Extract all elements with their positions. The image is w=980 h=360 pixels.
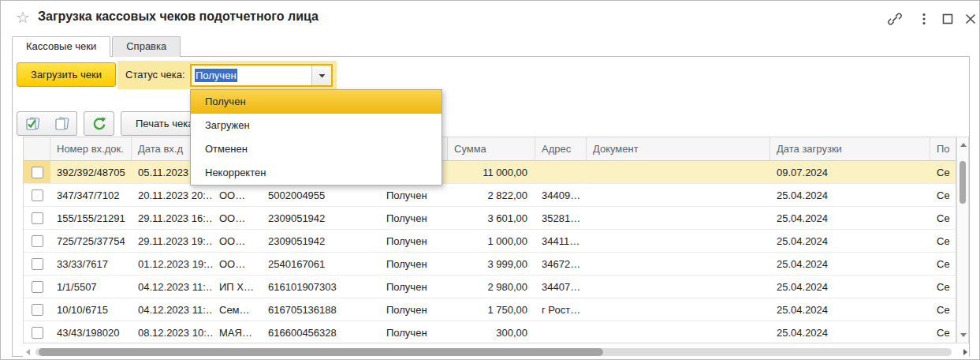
- status-dropdown-button[interactable]: [311, 66, 331, 85]
- cell-incoming-date: 08.12.2023 10:…: [132, 327, 213, 339]
- cell-tail: Се: [930, 304, 956, 316]
- row-checkbox[interactable]: [32, 304, 43, 316]
- cell-address: г Рост…: [535, 304, 587, 316]
- cell-load-date: 25.04.2024: [770, 212, 930, 224]
- cell-load-date: 25.04.2024: [770, 327, 930, 339]
- cell-load-date: 25.04.2024: [770, 235, 930, 247]
- status-input[interactable]: Получен: [192, 66, 311, 85]
- table-row[interactable]: 392/392/48705 05.11.2023 11 000,00 09.07…: [24, 161, 956, 184]
- cell-incoming-date: 29.11.2023 19:…: [132, 235, 213, 247]
- status-dropdown: Получен Загружен Отменен Некорректен: [190, 89, 442, 186]
- link-icon[interactable]: [886, 10, 904, 28]
- scroll-right-arrow-icon[interactable]: [963, 349, 967, 355]
- cell-sum: 2 822,00: [448, 189, 535, 201]
- refresh-icon: [91, 116, 107, 132]
- tab-label: Справка: [126, 40, 166, 52]
- cell-tail: Се: [930, 258, 956, 270]
- vertical-scroll-thumb[interactable]: [960, 161, 966, 204]
- cell-inn: 616600456328: [262, 327, 380, 339]
- row-checkbox[interactable]: [32, 258, 43, 270]
- col-tail[interactable]: По: [930, 137, 956, 160]
- col-incoming-number[interactable]: Номер вх.док.: [50, 137, 132, 160]
- cell-sum: 3 999,00: [448, 258, 535, 270]
- close-icon[interactable]: [962, 10, 979, 28]
- table-row[interactable]: 725/725/37754 29.11.2023 19:… ОО… 230905…: [24, 230, 956, 253]
- table-body: 392/392/48705 05.11.2023 11 000,00 09.07…: [24, 161, 956, 343]
- horizontal-scroll-track[interactable]: [35, 348, 952, 356]
- status-combobox[interactable]: Получен: [190, 64, 333, 87]
- cell-organization: ОО…: [213, 212, 262, 224]
- row-checkbox-cell: [24, 189, 50, 201]
- tab-help[interactable]: Справка: [112, 36, 181, 57]
- cell-organization: ОО…: [213, 189, 262, 201]
- row-checkbox[interactable]: [32, 281, 43, 293]
- row-checkbox-cell: [24, 304, 50, 316]
- cell-status: Получен: [380, 212, 448, 224]
- cell-organization: ОО…: [213, 235, 262, 247]
- more-menu-icon[interactable]: [915, 10, 933, 28]
- cell-status: Получен: [380, 304, 448, 316]
- row-checkbox[interactable]: [32, 189, 43, 201]
- cell-sum: 300,00: [448, 327, 535, 339]
- dropdown-item[interactable]: Загружен: [191, 114, 442, 137]
- cell-incoming-number: 155/155/21291: [50, 212, 132, 224]
- table-row[interactable]: 10/10/6715 04.12.2023 11:… Сем… 61670513…: [24, 298, 956, 321]
- dropdown-item[interactable]: Некорректен: [191, 161, 442, 185]
- row-checkbox[interactable]: [32, 167, 43, 178]
- row-checkbox[interactable]: [32, 212, 43, 224]
- vertical-scrollbar[interactable]: [956, 137, 969, 343]
- cell-sum: 1 750,00: [448, 304, 535, 316]
- unselect-all-button[interactable]: [47, 111, 77, 136]
- cell-incoming-number: 43/43/198020: [50, 327, 132, 339]
- table-header: Номер вх.док. Дата вх.д Сумма Адрес Доку…: [24, 137, 956, 161]
- status-input-value: Получен: [195, 69, 237, 82]
- scroll-up-arrow-icon[interactable]: [960, 143, 967, 147]
- col-address[interactable]: Адрес: [535, 137, 587, 160]
- tab-cash-receipts[interactable]: Кассовые чеки: [12, 36, 110, 57]
- table-row[interactable]: 43/43/198020 08.12.2023 10:… МАЯ… 616600…: [24, 321, 956, 343]
- cell-status: Получен: [380, 258, 448, 270]
- horizontal-scroll-thumb[interactable]: [39, 348, 603, 356]
- load-receipts-button[interactable]: Загрузить чеки: [17, 62, 116, 87]
- table-row[interactable]: 155/155/21291 29.11.2023 16:… ОО… 230905…: [24, 207, 956, 230]
- unselect-all-icon: [53, 116, 70, 132]
- select-all-button[interactable]: [17, 111, 47, 136]
- scroll-left-arrow-icon[interactable]: [26, 349, 30, 355]
- cell-sum: 1 000,00: [448, 235, 535, 247]
- cell-tail: Се: [930, 189, 956, 201]
- favorite-star-icon[interactable]: ☆: [16, 8, 30, 27]
- cell-organization: ОО…: [213, 258, 262, 270]
- dropdown-item[interactable]: Получен: [191, 90, 442, 114]
- cell-status: Получен: [380, 327, 448, 339]
- cell-sum: 2 980,00: [448, 281, 535, 293]
- chevron-down-icon: [319, 73, 326, 78]
- maximize-icon[interactable]: [939, 10, 956, 28]
- row-checkbox[interactable]: [32, 327, 43, 339]
- col-load-date[interactable]: Дата загрузки: [770, 137, 930, 160]
- dropdown-item[interactable]: Отменен: [191, 137, 442, 161]
- cell-incoming-number: 347/347/7102: [50, 189, 132, 201]
- cell-address: 34411…: [535, 235, 587, 247]
- cell-address: 35281…: [535, 212, 587, 224]
- table-row[interactable]: 1/1/5507 04.12.2023 11:… ИП Х… 616101907…: [24, 276, 956, 298]
- cell-tail: Се: [930, 281, 956, 293]
- horizontal-scrollbar[interactable]: [23, 347, 969, 358]
- col-checkbox[interactable]: [24, 137, 50, 160]
- cell-incoming-date: 29.11.2023 16:…: [132, 212, 213, 224]
- row-checkbox[interactable]: [32, 235, 43, 247]
- cell-incoming-number: 725/725/37754: [50, 235, 132, 247]
- cell-incoming-date: 20.11.2023 20:…: [132, 189, 213, 201]
- cell-incoming-date: 04.12.2023 11:…: [132, 304, 213, 316]
- col-sum[interactable]: Сумма: [448, 137, 535, 160]
- table-row[interactable]: 347/347/7102 20.11.2023 20:… ОО… 5002004…: [24, 184, 956, 207]
- cell-status: Получен: [380, 281, 448, 293]
- row-checkbox-cell: [24, 161, 50, 183]
- cell-status: Получен: [380, 189, 448, 201]
- col-document[interactable]: Документ: [587, 137, 770, 160]
- tab-bar: Кассовые чеки Справка: [12, 36, 181, 57]
- scroll-down-arrow-icon[interactable]: [960, 333, 967, 337]
- cell-incoming-number: 1/1/5507: [50, 281, 132, 293]
- refresh-button[interactable]: [84, 111, 114, 136]
- page-title: Загрузка кассовых чеков подотчетного лиц…: [38, 9, 319, 24]
- table-row[interactable]: 33/33/7617 01.12.2023 19:… ОО… 254016706…: [24, 253, 956, 276]
